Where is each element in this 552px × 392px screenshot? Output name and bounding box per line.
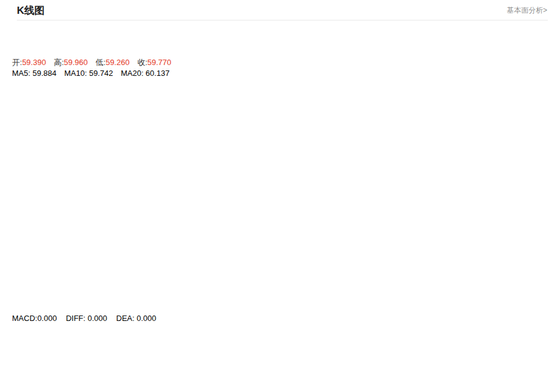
fundamental-analysis-link[interactable]: 基本面分析> bbox=[507, 5, 547, 16]
page-header: K线图 基本面分析> bbox=[0, 0, 552, 20]
header-divider bbox=[17, 20, 548, 20]
page-title: K线图 bbox=[17, 4, 45, 17]
kline-chart[interactable] bbox=[0, 54, 552, 392]
